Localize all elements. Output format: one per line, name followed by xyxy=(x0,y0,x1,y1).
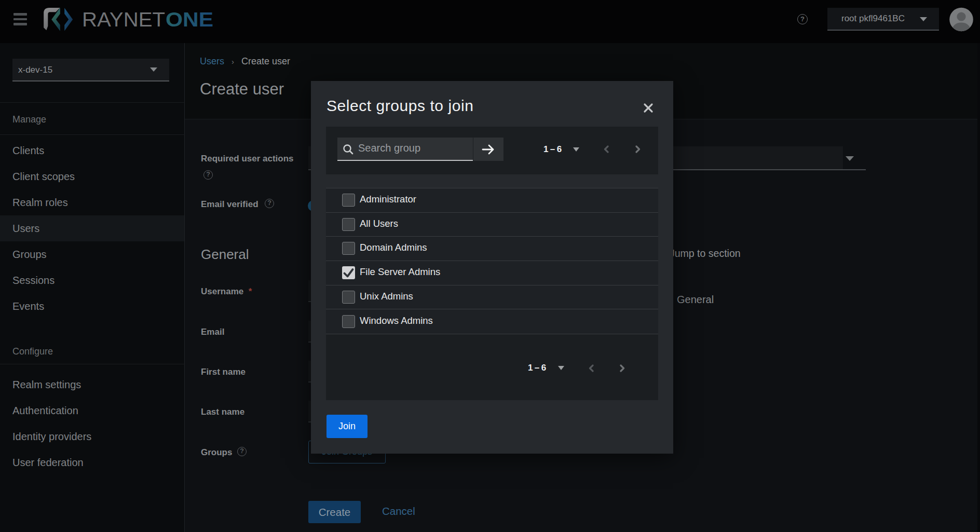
svg-text:RAYNET: RAYNET xyxy=(82,8,165,31)
svg-text:ONE: ONE xyxy=(166,8,213,31)
